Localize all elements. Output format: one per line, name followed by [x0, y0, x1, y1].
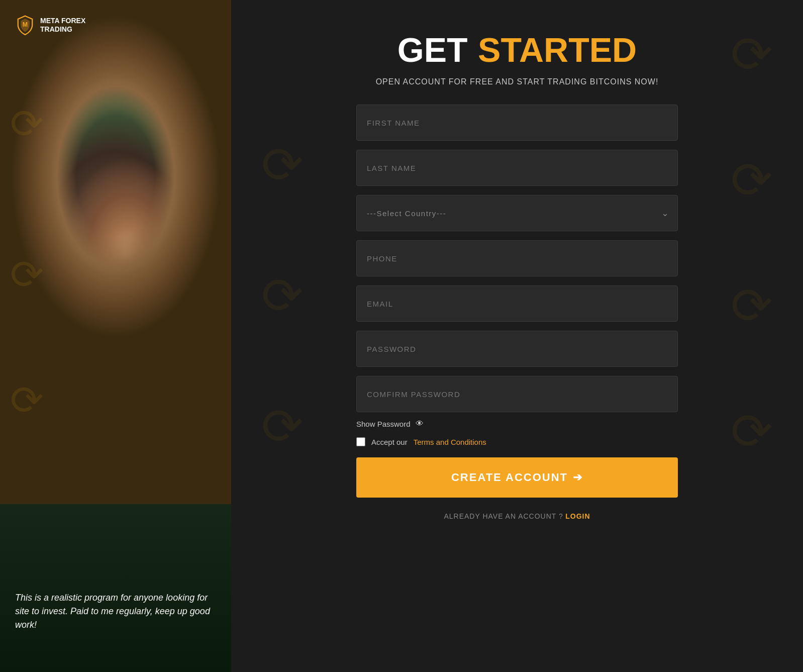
- testimonial-text: This is a realistic program for anyone l…: [15, 591, 216, 632]
- wm-right-3: ⟳: [731, 276, 773, 335]
- watermark-icon-3: ⟳: [10, 377, 44, 424]
- eye-icon[interactable]: 👁: [416, 419, 424, 428]
- svg-text:M: M: [23, 21, 28, 28]
- show-password-row: Show Password 👁: [356, 419, 678, 428]
- heading-get: GET: [397, 31, 468, 69]
- left-panel: ⟳ ⟳ ⟳ M META FOREX TRADING This is a rea…: [0, 0, 231, 672]
- login-row: ALREADY HAVE AN ACCOUNT ? LOGIN: [356, 512, 678, 521]
- logo-area: M META FOREX TRADING: [15, 15, 85, 35]
- phone-input[interactable]: [356, 240, 678, 276]
- registration-form: ---Select Country--- United States Unite…: [356, 105, 678, 521]
- confirm-password-input[interactable]: [356, 376, 678, 412]
- watermark-icon-1: ⟳: [10, 101, 44, 147]
- terms-row: Accept our Terms and Conditions: [356, 437, 678, 446]
- terms-link[interactable]: Terms and Conditions: [414, 438, 486, 446]
- email-input[interactable]: [356, 285, 678, 322]
- watermark-icon-2: ⟳: [10, 251, 44, 298]
- first-name-input[interactable]: [356, 105, 678, 141]
- heading-area: GET STARTED: [271, 30, 763, 69]
- logo-shield-icon: M: [15, 15, 35, 35]
- terms-checkbox[interactable]: [356, 437, 365, 446]
- password-input[interactable]: [356, 331, 678, 367]
- wm-right-4: ⟳: [731, 402, 773, 461]
- create-account-label: CREATE ACCOUNT: [451, 471, 568, 484]
- heading-started: STARTED: [478, 31, 637, 69]
- login-prompt: ALREADY HAVE AN ACCOUNT ?: [444, 512, 563, 520]
- country-select[interactable]: ---Select Country--- United States Unite…: [356, 195, 678, 231]
- subheading-text: OPEN ACCOUNT FOR FREE AND START TRADING …: [376, 77, 659, 86]
- wm-right-5: ⟳: [261, 136, 304, 195]
- wm-right-2: ⟳: [731, 151, 773, 210]
- testimonial-area: This is a realistic program for anyone l…: [15, 591, 216, 632]
- wm-right-6: ⟳: [261, 266, 304, 325]
- country-select-wrapper: ---Select Country--- United States Unite…: [356, 195, 678, 231]
- wm-right-7: ⟳: [261, 397, 304, 456]
- show-password-label: Show Password: [356, 420, 411, 428]
- last-name-input[interactable]: [356, 150, 678, 186]
- terms-accept-label: Accept our: [371, 438, 408, 446]
- arrow-icon: ➔: [573, 471, 583, 484]
- create-account-button[interactable]: CREATE ACCOUNT ➔: [356, 457, 678, 498]
- right-panel: ⟳ ⟳ ⟳ ⟳ ⟳ ⟳ ⟳ GET STARTED OPEN ACCOUNT F…: [231, 0, 803, 672]
- login-link[interactable]: LOGIN: [565, 512, 590, 520]
- logo-text: META FOREX TRADING: [40, 17, 85, 34]
